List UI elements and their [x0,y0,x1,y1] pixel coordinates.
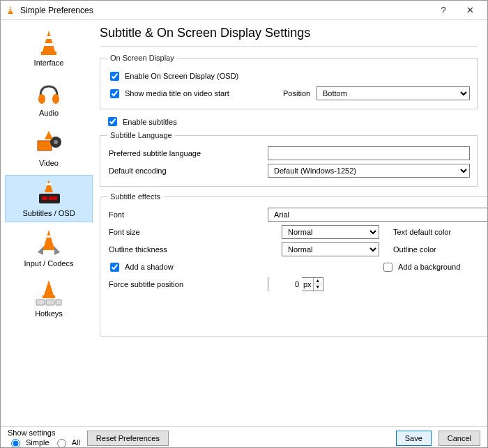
subtitle-language-group-title: Subtitle Language [107,131,175,139]
svg-rect-3 [9,10,12,11]
svg-rect-5 [41,52,56,55]
svg-rect-7 [45,43,53,46]
font-label: Font [107,210,268,219]
svg-marker-14 [45,180,53,192]
add-background-checkbox[interactable]: Add a background [381,261,460,274]
font-size-select[interactable]: Normal [282,225,379,239]
all-mode-radio[interactable]: All [54,437,80,448]
sidebar-item-label: Hotkeys [35,309,63,318]
save-button[interactable]: Save [396,431,432,446]
force-position-input[interactable] [268,277,302,291]
svg-point-12 [54,140,58,144]
preferred-language-label: Preferred subtitle language [107,149,268,157]
add-shadow-checkbox[interactable]: Add a shadow [107,261,367,274]
position-select[interactable]: Bottom [317,86,470,100]
help-button[interactable]: ? [430,5,457,15]
font-size-label: Font size [107,228,268,236]
subtitle-board-icon [33,178,64,208]
spinner-down-icon[interactable]: ▼ [314,284,322,291]
svg-rect-2 [10,8,12,9]
enable-osd-label: Enable On Screen Display (OSD) [125,72,238,80]
svg-marker-19 [44,230,54,247]
enable-subtitles-checkbox[interactable]: Enable subtitles [105,115,478,128]
show-media-title-checkbox[interactable]: Show media title on video start [107,87,282,100]
svg-rect-17 [42,196,47,200]
outline-thickness-label: Outline thickness [107,245,268,254]
svg-rect-25 [43,295,55,298]
svg-rect-20 [43,247,55,250]
sidebar-item-label: Interface [34,59,64,67]
force-position-label: Force subtitle position [107,280,268,288]
reset-preferences-button[interactable]: Reset Preferences [87,431,169,446]
subtitle-effects-group-title: Subtitle effects [107,192,163,201]
svg-rect-26 [36,300,45,305]
position-label: Position [282,89,317,98]
font-select[interactable]: Arial [268,208,487,222]
svg-marker-13 [45,131,53,139]
force-position-unit: px [302,280,313,288]
vlc-logo-icon [5,5,16,16]
outline-thickness-select[interactable]: Normal [282,242,379,256]
svg-rect-6 [46,36,52,39]
svg-marker-22 [38,247,43,255]
close-button[interactable]: ✕ [457,5,483,15]
outline-color-label: Outline color [393,245,487,254]
svg-marker-23 [54,247,60,255]
text-default-color-label: Text default color [393,228,487,236]
sidebar-item-subtitles[interactable]: Subtitles / OSD [5,175,93,222]
svg-rect-28 [56,300,61,305]
svg-marker-4 [43,31,55,52]
page-title: Subtitle & On Screen Display Settings [100,26,478,40]
dialog-footer: Show settings Simple All Reset Preferenc… [1,426,487,448]
force-position-spinner[interactable]: px ▲▼ [268,277,323,291]
svg-rect-1 [8,13,13,14]
osd-group: On Screen Display Enable On Screen Displ… [100,54,478,109]
svg-rect-27 [46,300,54,305]
svg-rect-15 [46,183,52,185]
cone-icon [33,28,64,57]
codecs-icon [33,229,64,258]
hotkeys-icon [33,279,64,308]
svg-marker-0 [9,6,13,13]
svg-point-9 [52,94,59,104]
svg-point-8 [38,94,45,104]
simple-mode-radio[interactable]: Simple [8,437,49,448]
sidebar-item-label: Audio [39,109,59,117]
cancel-button[interactable]: Cancel [439,431,480,446]
sidebar-item-input-codecs[interactable]: Input / Codecs [5,225,93,272]
enable-osd-checkbox[interactable]: Enable On Screen Display (OSD) [107,70,238,83]
sidebar-item-label: Input / Codecs [24,259,74,268]
category-sidebar: Interface Audio Video Subtitles / OSD In… [1,20,97,426]
spinner-up-icon[interactable]: ▲ [314,278,322,284]
svg-rect-21 [45,235,52,238]
sidebar-item-label: Video [39,159,59,167]
svg-rect-18 [49,196,57,200]
content-pane: Subtitle & On Screen Display Settings On… [97,20,487,426]
svg-marker-24 [44,280,54,295]
sidebar-item-video[interactable]: Video [5,125,93,172]
window-titlebar: Simple Preferences ? ✕ [1,1,487,20]
svg-rect-10 [38,141,52,150]
subtitle-effects-group: Subtitle effects Font Arial Font size No… [100,192,487,337]
headphones-icon [33,78,64,107]
default-encoding-label: Default encoding [107,167,268,175]
subtitle-language-group: Subtitle Language Preferred subtitle lan… [100,131,478,187]
show-settings-label: Show settings [8,428,80,437]
sidebar-item-label: Subtitles / OSD [22,209,75,217]
show-media-title-label: Show media title on video start [125,89,229,98]
film-reel-icon [33,128,64,157]
sidebar-item-interface[interactable]: Interface [5,24,93,72]
sidebar-item-audio[interactable]: Audio [5,75,93,122]
preferred-language-input[interactable] [268,146,470,160]
default-encoding-select[interactable]: Default (Windows-1252) [268,164,470,178]
osd-group-title: On Screen Display [107,54,177,62]
enable-subtitles-label: Enable subtitles [123,118,177,126]
add-background-label: Add a background [398,263,460,271]
window-title: Simple Preferences [20,6,430,15]
sidebar-item-hotkeys[interactable]: Hotkeys [5,275,93,323]
add-shadow-label: Add a shadow [125,263,174,271]
